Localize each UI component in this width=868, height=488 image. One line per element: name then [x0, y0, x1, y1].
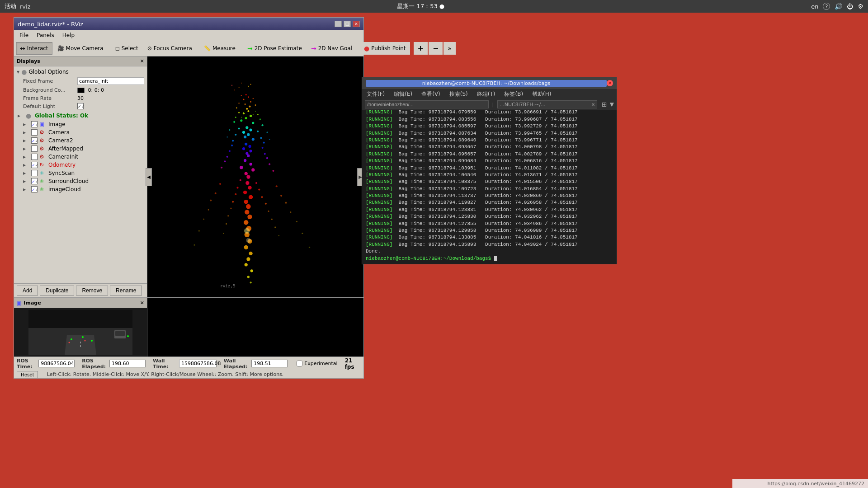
syncscan-checkbox[interactable]	[31, 170, 38, 176]
svg-point-29	[233, 121, 235, 123]
term-menu-terminal[interactable]: 终端(T)	[475, 90, 497, 98]
image-panel-close[interactable]: ✕	[140, 300, 144, 306]
surroundcloud-checkbox[interactable]: ✓	[31, 178, 38, 184]
svg-point-25	[238, 112, 240, 113]
lang-indicator[interactable]: en	[811, 3, 818, 10]
wall-elapsed-value: 198.51	[251, 360, 288, 367]
focus-camera-label: Focus Camera	[154, 45, 192, 52]
image-checkbox[interactable]: ✓	[31, 121, 38, 127]
display-item-imagecloud[interactable]: ▶ ✓ ⚛ imageCloud	[14, 185, 147, 193]
term-menu-search[interactable]: 搜索(S)	[448, 90, 470, 98]
volume-icon[interactable]: 🔊	[835, 3, 842, 10]
fixed-frame-row: Fixed Frame camera_init	[14, 76, 147, 86]
focus-icon: ⊙	[147, 45, 152, 52]
term-menu-edit[interactable]: 编辑(E)	[392, 90, 414, 98]
term-menu-view[interactable]: 查看(V)	[420, 90, 442, 98]
camera2-checkbox[interactable]: ✓	[31, 137, 38, 144]
rename-btn[interactable]: Rename	[110, 286, 142, 296]
term-menu-tabs[interactable]: 标签(B)	[502, 90, 525, 98]
display-item-image[interactable]: ▶ ✓ ▣ Image	[14, 120, 147, 128]
url-bar: https://blog.csdn.net/weixin_41469272	[732, 479, 868, 488]
nav-goal-btn[interactable]: → 2D Nav Goal	[307, 42, 356, 55]
app-name[interactable]: rviz	[20, 3, 30, 10]
camera-checkbox[interactable]	[31, 129, 38, 136]
display-item-syncscan[interactable]: ▶ ⚛ SyncScan	[14, 169, 147, 177]
default-light-checkbox[interactable]: ✓	[77, 103, 84, 109]
term-menu-help[interactable]: 帮助(H)	[530, 90, 553, 98]
svg-point-110	[232, 201, 234, 202]
panel-collapse-btn[interactable]: ◀	[146, 168, 152, 186]
menu-file[interactable]: File	[16, 31, 32, 39]
display-item-aftermapped[interactable]: ▶ ⚙ AfterMapped	[14, 145, 147, 153]
svg-point-131	[91, 340, 93, 342]
reset-btn[interactable]: Reset	[17, 371, 38, 378]
focus-camera-btn[interactable]: ⊙ Focus Camera	[143, 42, 196, 55]
3d-viewport[interactable]: rviz,5 ▶	[147, 56, 363, 297]
aftermapped-checkbox[interactable]	[31, 145, 38, 152]
global-status-item[interactable]: ▶ ● Global Status: Ok	[14, 111, 147, 120]
activity-label[interactable]: 活动	[5, 2, 16, 10]
terminal-addr-input-1[interactable]	[365, 100, 489, 108]
select-btn[interactable]: ◻ Select	[111, 42, 142, 55]
frame-rate-label: Frame Rate	[23, 95, 77, 101]
terminal-nav-icon[interactable]: ⊞	[602, 101, 607, 108]
add-btn[interactable]: Add	[17, 286, 38, 296]
power-icon[interactable]: ⏻	[847, 3, 853, 10]
ros-time-value: 98867586.04	[38, 360, 75, 367]
display-item-surroundcloud[interactable]: ▶ ✓ ⚛ SurroundCloud	[14, 177, 147, 185]
terminal-addr-close[interactable]: ✕	[591, 102, 595, 107]
svg-point-46	[269, 139, 270, 140]
global-options-arrow: ▼	[17, 70, 19, 74]
move-camera-btn[interactable]: 🎥 Move Camera	[53, 42, 108, 55]
image-expand: ▶	[23, 122, 29, 127]
experimental-checkbox[interactable]	[297, 361, 302, 366]
background-color-swatch[interactable]: 0; 0; 0	[77, 87, 104, 93]
svg-point-97	[296, 221, 297, 222]
displays-panel-close[interactable]: ✕	[140, 58, 144, 64]
duplicate-btn[interactable]: Duplicate	[40, 286, 74, 296]
close-btn[interactable]: ✕	[353, 21, 360, 27]
svg-point-2	[241, 83, 242, 84]
frame-rate-value[interactable]: 30	[77, 95, 144, 101]
image-panel-title: Image	[24, 300, 41, 306]
global-options-label: Global Options	[28, 69, 68, 75]
display-item-camerainit[interactable]: ▶ ⚙ CameraInit	[14, 153, 147, 161]
fixed-frame-value[interactable]: camera_init	[77, 77, 144, 85]
remove-btn[interactable]: Remove	[76, 286, 108, 296]
imagecloud-expand: ▶	[23, 188, 29, 192]
settings-icon[interactable]: ⚙	[858, 3, 863, 10]
svg-point-62	[251, 168, 255, 171]
display-item-camera[interactable]: ▶ ⚙ Camera	[14, 128, 147, 136]
imagecloud-checkbox[interactable]: ✓	[31, 186, 38, 192]
camerainit-checkbox[interactable]	[31, 154, 38, 160]
terminal-nav-down[interactable]: ▼	[610, 101, 614, 108]
svg-point-113	[268, 211, 269, 212]
global-options-header[interactable]: ▼ ● Global Options	[14, 67, 147, 76]
maximize-btn[interactable]: □	[344, 21, 351, 27]
terminal-close-btn[interactable]: ✕	[607, 80, 613, 86]
svg-point-98	[198, 230, 200, 231]
display-syncscan-label: SyncScan	[48, 170, 75, 176]
minimize-btn[interactable]: _	[335, 21, 342, 27]
interact-btn[interactable]: ↔ Interact	[16, 42, 52, 55]
wall-elapsed-item: Wall Elapsed: 198.51	[224, 358, 288, 370]
odometry-checkbox[interactable]: ✓	[31, 162, 38, 168]
term-menu-file[interactable]: 文件(F)	[365, 90, 387, 98]
toolbar-minus-btn[interactable]: −	[429, 42, 443, 55]
menu-help[interactable]: Help	[59, 31, 78, 39]
svg-point-137	[69, 342, 70, 343]
display-item-camera2[interactable]: ▶ ✓ ⚙ Camera2	[14, 136, 147, 145]
image-panel: ▣ Image ✕	[14, 298, 147, 357]
measure-btn[interactable]: 📏 Measure	[200, 42, 240, 55]
svg-point-134	[127, 335, 129, 337]
pose-estimate-btn[interactable]: → 2D Pose Estimate	[243, 42, 306, 55]
display-item-odometry[interactable]: ▶ ✓ ↻ Odometry	[14, 161, 147, 169]
global-status-icon: ●	[26, 112, 33, 119]
menu-panels[interactable]: Panels	[33, 31, 58, 39]
help-icon[interactable]: ?	[823, 3, 830, 10]
publish-point-btn[interactable]: ● Publish Point	[360, 42, 410, 55]
toolbar-plus-btn[interactable]: +	[414, 42, 428, 55]
display-surroundcloud-label: SurroundCloud	[48, 178, 89, 184]
toolbar-more-btn[interactable]: »	[443, 42, 456, 55]
terminal-output[interactable]: [RUNNING] Bag Time: 967318794.075532 Dur…	[362, 110, 617, 264]
